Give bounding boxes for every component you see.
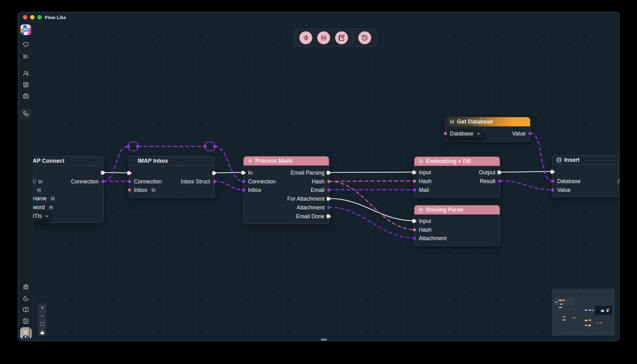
- toolbar-separator: [353, 32, 353, 44]
- pin-label: Attachment: [297, 204, 324, 211]
- exec-pin-left[interactable]: [550, 170, 555, 174]
- reroute-node[interactable]: [128, 142, 138, 151]
- notes-button[interactable]: [335, 31, 348, 44]
- node-header[interactable]: Process Mails: [244, 156, 329, 166]
- node-imap-inbox[interactable]: IMAP InboxConnectionInbox StructInbox: [129, 156, 215, 198]
- exec-pin-left[interactable]: [127, 171, 132, 175]
- user-avatar[interactable]: [20, 327, 32, 339]
- node-row: HostConnection: [33, 177, 103, 186]
- data-pin-connection[interactable]: [242, 180, 245, 183]
- sidebar-item-debug[interactable]: [20, 282, 31, 292]
- sidebar-item-expand-sidebar[interactable]: [20, 316, 31, 326]
- node-row: Value: [553, 186, 619, 194]
- exec-pin-left[interactable]: [412, 219, 417, 223]
- data-pin-mail[interactable]: [413, 188, 416, 192]
- zoom-in-button[interactable]: [38, 303, 46, 312]
- data-pin-email[interactable]: [327, 188, 330, 192]
- titlebar[interactable]: Flow Like: [18, 12, 619, 24]
- pin-label: For Attachment: [287, 196, 324, 202]
- node-header[interactable]: IMAP Connect: [33, 156, 103, 166]
- minimap-node-mark: [585, 320, 587, 321]
- sidebar-item-docs[interactable]: [20, 305, 31, 315]
- chevron-down-icon[interactable]: [476, 131, 481, 136]
- reroute-node[interactable]: [205, 142, 215, 151]
- step-back-icon: [303, 34, 309, 41]
- data-pin-hash[interactable]: [413, 180, 416, 183]
- node-row: Attachment: [244, 203, 329, 212]
- variables-button[interactable]: [317, 31, 330, 44]
- sidebar-item-dashboard[interactable]: [20, 80, 31, 90]
- minimap[interactable]: [552, 289, 615, 336]
- node-header[interactable]: IMAP Inbox: [129, 156, 214, 166]
- data-pin-hash[interactable]: [413, 228, 416, 231]
- node-imap-connect[interactable]: IMAP ConnectHostConnectionPortUsernamePa…: [33, 156, 103, 223]
- reroute-pin[interactable]: [127, 145, 130, 148]
- exec-pin-right[interactable]: [497, 170, 502, 175]
- bottom-drawer-handle[interactable]: [321, 338, 327, 341]
- history-button[interactable]: [358, 31, 371, 44]
- struct-value-widget[interactable]: [617, 178, 619, 184]
- sidebar-item-favorites[interactable]: [20, 40, 31, 50]
- toggle-lock-button[interactable]: [38, 328, 46, 336]
- reroute-pin[interactable]: [213, 145, 216, 148]
- node-embedding-db[interactable]: Embedding + DBInputOutputHashResultMail: [414, 156, 500, 198]
- minimize-window-button[interactable]: [30, 15, 34, 19]
- exec-pin-right[interactable]: [326, 197, 331, 201]
- exec-pin-right[interactable]: [326, 214, 331, 219]
- fit-view-button[interactable]: [38, 320, 46, 328]
- node-header[interactable]: Get Database: [445, 117, 530, 126]
- pin-label: Connection: [248, 178, 276, 185]
- data-pin-inbox-struct[interactable]: [213, 180, 216, 183]
- exec-pin-left[interactable]: [241, 171, 246, 175]
- exec-pin-right[interactable]: [101, 171, 106, 175]
- data-pin-connection[interactable]: [128, 180, 131, 183]
- exec-pin-right[interactable]: [212, 171, 217, 175]
- variable-icon: [49, 205, 53, 210]
- data-pin-result[interactable]: [498, 180, 501, 183]
- wire: [103, 146, 128, 181]
- sidebar-item-theme[interactable]: [20, 293, 31, 303]
- data-pin-value[interactable]: [529, 132, 532, 135]
- sidebar-item-flows[interactable]: [20, 108, 31, 119]
- zoom-controls: [38, 303, 46, 336]
- exec-pin-left[interactable]: [412, 170, 417, 175]
- reroute-pin[interactable]: [203, 145, 207, 148]
- exec-pin-right[interactable]: [326, 171, 331, 175]
- zap-icon: [418, 159, 424, 164]
- reroute-pin[interactable]: [136, 145, 140, 148]
- variable-icon: [449, 119, 455, 124]
- data-pin-hash[interactable]: [327, 180, 330, 183]
- sidebar-item-store[interactable]: [20, 91, 31, 101]
- flow-canvas[interactable]: IMAP ConnectHostConnectionPortUsernamePa…: [33, 24, 619, 341]
- sidebar-item-library[interactable]: [20, 51, 31, 61]
- data-pin-attachment[interactable]: [413, 237, 416, 240]
- data-pin-inbox[interactable]: [242, 188, 245, 192]
- data-pin-inbox[interactable]: [128, 188, 131, 192]
- step-back-button[interactable]: [299, 31, 312, 44]
- data-pin-attachment[interactable]: [327, 206, 330, 209]
- data-pin-connection[interactable]: [102, 180, 105, 183]
- minimap-node-mark: [596, 322, 598, 323]
- pin-label: Input: [419, 218, 431, 224]
- node-docling-parse[interactable]: Docling ParseInputHashAttachment: [414, 205, 500, 246]
- node-process-mails[interactable]: Process MailsInEmail ParsingConnectionHa…: [243, 156, 329, 224]
- node-header[interactable]: Docling Parse: [414, 205, 500, 214]
- data-pin-database[interactable]: [444, 132, 447, 135]
- node-get-database[interactable]: Get DatabaseDatabaseValue: [445, 117, 530, 142]
- data-pin-value[interactable]: [551, 188, 554, 192]
- struct-value-widget[interactable]: [33, 179, 36, 184]
- pin-label: Password: [33, 204, 45, 211]
- app-logo[interactable]: [20, 24, 31, 35]
- zoom-window-button[interactable]: [37, 15, 42, 19]
- sidebar-item-users[interactable]: [20, 68, 31, 78]
- node-row: DatabaseValue: [445, 129, 530, 138]
- node-header[interactable]: Embedding + DB: [414, 157, 500, 166]
- close-window-button[interactable]: [23, 15, 27, 19]
- node-insert[interactable]: InsertDatabaseValue: [552, 155, 619, 197]
- data-pin-database[interactable]: [551, 180, 554, 183]
- zoom-out-button[interactable]: [38, 312, 46, 320]
- chevron-down-icon[interactable]: [45, 214, 49, 219]
- node-title: Get Database: [457, 119, 493, 125]
- node-header[interactable]: Insert: [553, 156, 619, 165]
- pin-label: Email: [311, 187, 324, 193]
